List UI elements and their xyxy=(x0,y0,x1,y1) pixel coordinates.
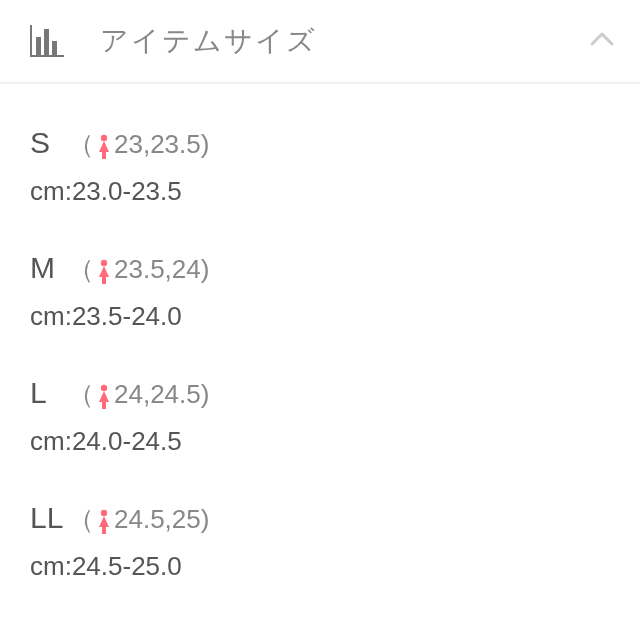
size-row: M （ 23.5,24 ) cm:23.5-24.0 xyxy=(0,229,640,354)
size-paren-group: （ 24,24.5 ) xyxy=(68,377,209,412)
size-row: L （ 24,24.5 ) cm:24.0-24.5 xyxy=(0,354,640,479)
size-paren-values: 23,23.5 xyxy=(114,129,201,160)
svg-point-5 xyxy=(101,134,107,140)
female-icon xyxy=(96,509,112,535)
size-label: M xyxy=(30,251,66,285)
svg-rect-3 xyxy=(44,29,49,55)
size-cm-range: cm:24.0-24.5 xyxy=(30,426,610,457)
female-icon xyxy=(96,259,112,285)
size-cm-range: cm:23.5-24.0 xyxy=(30,301,610,332)
female-icon xyxy=(96,384,112,410)
size-cm-range: cm:23.0-23.5 xyxy=(30,176,610,207)
svg-rect-4 xyxy=(52,41,57,55)
size-paren-values: 24,24.5 xyxy=(114,379,201,410)
bar-chart-icon xyxy=(30,25,64,57)
size-row: LL （ 24.5,25 ) cm:24.5-25.0 xyxy=(0,479,640,604)
size-paren-group: （ 24.5,25 ) xyxy=(68,502,209,537)
section-header[interactable]: アイテムサイズ xyxy=(0,0,640,84)
size-cm-range: cm:24.5-25.0 xyxy=(30,551,610,582)
size-paren-values: 24.5,25 xyxy=(114,504,201,535)
svg-point-8 xyxy=(101,509,107,515)
chevron-up-icon[interactable] xyxy=(588,25,616,57)
size-paren-group: （ 23.5,24 ) xyxy=(68,252,209,287)
size-label: L xyxy=(30,376,66,410)
size-label: LL xyxy=(30,501,66,535)
section-title: アイテムサイズ xyxy=(100,22,317,60)
size-row: S （ 23,23.5 ) cm:23.0-23.5 xyxy=(0,104,640,229)
svg-rect-2 xyxy=(36,37,41,55)
svg-point-6 xyxy=(101,259,107,265)
svg-point-7 xyxy=(101,384,107,390)
size-list: S （ 23,23.5 ) cm:23.0-23.5 M （ 23.5,24 ) xyxy=(0,84,640,624)
female-icon xyxy=(96,134,112,160)
size-label: S xyxy=(30,126,66,160)
size-paren-group: （ 23,23.5 ) xyxy=(68,127,209,162)
size-paren-values: 23.5,24 xyxy=(114,254,201,285)
